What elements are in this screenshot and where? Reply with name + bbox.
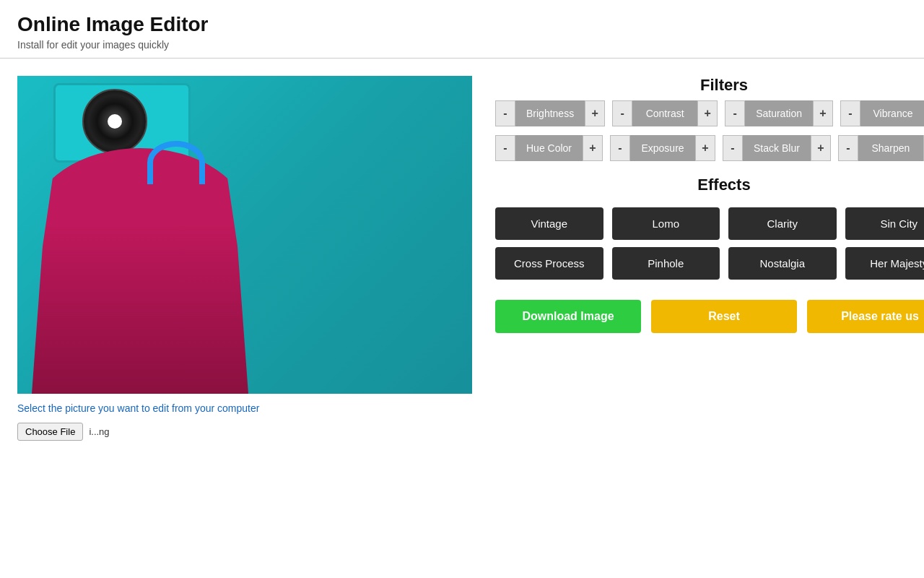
stack-blur-plus-button[interactable]: +	[811, 135, 831, 161]
saturation-minus-button[interactable]: -	[725, 100, 745, 126]
main-layout: Select the picture you want to edit from…	[0, 59, 924, 458]
effect-cross-process-button[interactable]: Cross Process	[495, 247, 603, 280]
effects-section: Effects Vintage Lomo Clarity Sin City Cr…	[495, 176, 924, 280]
hue-plus-button[interactable]: +	[583, 135, 603, 161]
turntable-center	[108, 114, 122, 129]
download-image-button[interactable]: Download Image	[495, 300, 641, 333]
filter-stack-blur: - Stack Blur +	[723, 135, 831, 161]
select-picture-text: Select the picture you want to edit from…	[17, 402, 472, 414]
effect-lomo-button[interactable]: Lomo	[612, 207, 720, 240]
effect-sin-city-button[interactable]: Sin City	[845, 207, 925, 240]
filter-saturation: - Saturation +	[725, 100, 833, 126]
choose-file-button[interactable]: Choose File	[17, 423, 83, 441]
page-title: Online Image Editor	[17, 13, 907, 36]
headphone-decoration	[147, 141, 205, 184]
exposure-label: Exposure	[630, 135, 695, 161]
right-panel: Filters - Brightness + - Contrast +	[495, 76, 924, 333]
filter-exposure: - Exposure +	[610, 135, 715, 161]
effect-clarity-button[interactable]: Clarity	[728, 207, 837, 240]
sharpen-minus-button[interactable]: -	[838, 135, 858, 161]
contrast-label: Contrast	[632, 100, 697, 126]
effects-row-2: Cross Process Pinhole Nostalgia Her Maje…	[495, 247, 924, 280]
effect-her-majesty-button[interactable]: Her Majesty	[845, 247, 925, 280]
effect-vintage-button[interactable]: Vintage	[495, 207, 603, 240]
exposure-minus-button[interactable]: -	[610, 135, 630, 161]
filter-sharpen: - Sharpen +	[838, 135, 924, 161]
action-row: Download Image Reset Please rate us	[495, 300, 924, 333]
filters-grid: - Brightness + - Contrast + - Saturation…	[495, 100, 924, 161]
effects-title: Effects	[495, 176, 924, 194]
contrast-minus-button[interactable]: -	[612, 100, 632, 126]
sharpen-label: Sharpen	[858, 135, 923, 161]
filters-section: Filters - Brightness + - Contrast +	[495, 76, 924, 161]
filter-brightness: - Brightness +	[495, 100, 605, 126]
canvas-image	[17, 76, 472, 394]
brightness-plus-button[interactable]: +	[585, 100, 605, 126]
page-header: Online Image Editor Install for edit you…	[0, 0, 924, 58]
filter-row-1: - Brightness + - Contrast + - Saturation…	[495, 100, 924, 126]
filter-vibrance: - Vibrance +	[840, 100, 924, 126]
reset-button[interactable]: Reset	[651, 300, 797, 333]
saturation-plus-button[interactable]: +	[813, 100, 833, 126]
stack-blur-minus-button[interactable]: -	[723, 135, 743, 161]
saturation-label: Saturation	[745, 100, 813, 126]
rate-us-button[interactable]: Please rate us	[807, 300, 924, 333]
filter-row-2: - Hue Color + - Exposure + - Stack Blur …	[495, 135, 924, 161]
page-subtitle: Install for edit your images quickly	[17, 39, 907, 51]
effect-nostalgia-button[interactable]: Nostalgia	[728, 247, 837, 280]
filter-hue-color: - Hue Color +	[495, 135, 603, 161]
image-preview	[17, 76, 472, 394]
vibrance-label: Vibrance	[860, 100, 924, 126]
woman-silhouette	[32, 148, 248, 394]
vibrance-minus-button[interactable]: -	[840, 100, 860, 126]
brightness-label: Brightness	[515, 100, 585, 126]
effects-grid: Vintage Lomo Clarity Sin City Cross Proc…	[495, 207, 924, 280]
contrast-plus-button[interactable]: +	[697, 100, 718, 126]
left-panel: Select the picture you want to edit from…	[17, 76, 472, 441]
exposure-plus-button[interactable]: +	[695, 135, 715, 161]
effect-pinhole-button[interactable]: Pinhole	[612, 247, 720, 280]
hue-minus-button[interactable]: -	[495, 135, 515, 161]
effects-row-1: Vintage Lomo Clarity Sin City	[495, 207, 924, 240]
file-input-row: Choose File i...ng	[17, 423, 472, 441]
hue-label: Hue Color	[515, 135, 583, 161]
filters-title: Filters	[495, 76, 924, 95]
file-name-display: i...ng	[89, 426, 109, 437]
stack-blur-label: Stack Blur	[743, 135, 811, 161]
filter-contrast: - Contrast +	[612, 100, 718, 126]
brightness-minus-button[interactable]: -	[495, 100, 515, 126]
